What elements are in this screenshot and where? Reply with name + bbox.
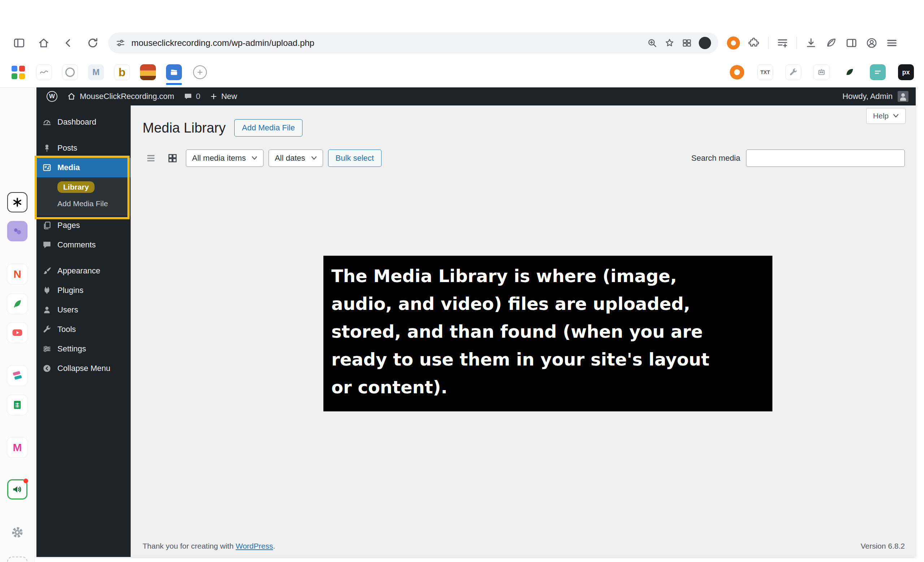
chatgpt-app-icon[interactable] <box>7 192 27 212</box>
help-button[interactable]: Help <box>866 108 906 124</box>
tune-icon[interactable] <box>116 38 126 48</box>
plugins-icon <box>42 286 52 295</box>
tab-mail-icon[interactable]: M <box>88 64 104 80</box>
collapse-arrow-icon <box>42 364 52 373</box>
wp-logo[interactable]: W <box>44 87 60 105</box>
txt-extension-icon[interactable]: TXT <box>757 64 773 80</box>
search-media-group: Search media <box>691 150 905 167</box>
sidebar-item-collapse-menu[interactable]: Collapse Menu <box>36 359 130 378</box>
teal-app-extension-icon[interactable] <box>870 64 886 80</box>
app-rail: N M <box>0 87 34 562</box>
video-play-app-icon[interactable] <box>7 323 27 343</box>
sidebar-item-settings[interactable]: Settings <box>36 339 130 359</box>
n-app-icon[interactable]: N <box>7 264 27 284</box>
menu-separator <box>36 255 130 261</box>
sidebar-item-dashboard[interactable]: Dashboard <box>36 112 130 132</box>
settings-sliders-icon <box>42 344 52 354</box>
chevron-down-icon <box>252 156 257 160</box>
search-media-input[interactable] <box>746 150 905 167</box>
wordpress-link[interactable]: WordPress <box>236 542 273 550</box>
reload-icon[interactable] <box>83 33 102 53</box>
add-media-file-button[interactable]: Add Media File <box>234 119 303 137</box>
sidebar-item-pages[interactable]: Pages <box>36 216 130 235</box>
pin-icon <box>42 143 52 153</box>
dark-leaf-extension-icon[interactable] <box>842 64 858 80</box>
browser-menu-icon[interactable] <box>886 37 898 49</box>
search-media-label: Search media <box>691 153 740 163</box>
sidebar-item-media[interactable]: Media <box>36 158 130 177</box>
media-icon <box>42 163 52 172</box>
media-filter-bar: All media items All dates Bulk select Se… <box>142 150 905 167</box>
spreadsheet-app-icon[interactable] <box>7 395 27 415</box>
sidebar-toggle-icon[interactable] <box>9 33 29 53</box>
zoom-icon[interactable] <box>647 38 658 48</box>
feather-app-icon[interactable] <box>7 294 27 314</box>
url-text[interactable]: mouseclickrecording.com/wp-admin/upload.… <box>131 38 641 48</box>
layers-app-icon[interactable] <box>7 365 27 386</box>
apps-grid-icon[interactable] <box>10 64 26 80</box>
extensions-puzzle-icon[interactable] <box>748 37 760 49</box>
reading-list-add-icon[interactable] <box>776 37 789 49</box>
site-name-link[interactable]: MouseClickRecording.com <box>64 87 177 105</box>
howdy-text[interactable]: Howdy, Admin <box>842 92 892 101</box>
bulk-select-button[interactable]: Bulk select <box>328 150 381 167</box>
new-tab-plus-icon[interactable] <box>192 64 208 80</box>
back-icon[interactable] <box>58 33 78 53</box>
toolbar-left-group <box>9 33 102 53</box>
sidebar-item-plugins[interactable]: Plugins <box>36 281 130 300</box>
sidebar-item-posts[interactable]: Posts <box>36 138 130 158</box>
wp-body: Dashboard Posts Media Library Add Media … <box>36 105 916 557</box>
wp-sidebar-menu: Dashboard Posts Media Library Add Media … <box>36 105 130 557</box>
gear-app-icon[interactable] <box>7 522 27 542</box>
tab-strip: M b TXT px <box>0 58 924 87</box>
submenu-item-library[interactable]: Library <box>36 179 130 195</box>
grid-view-icon[interactable] <box>164 150 181 167</box>
tab-b-icon[interactable]: b <box>114 64 130 80</box>
profile-icon[interactable] <box>866 37 878 49</box>
download-icon[interactable] <box>805 37 817 49</box>
comments-shortcut[interactable]: 0 <box>181 87 203 105</box>
extension-dark-circle-icon[interactable] <box>699 37 711 49</box>
browser-toolbar: mouseclickrecording.com/wp-admin/upload.… <box>0 28 924 58</box>
admin-bar-right: Howdy, Admin <box>842 91 909 102</box>
adblock-extension-icon[interactable] <box>727 36 740 50</box>
new-content-button[interactable]: New <box>207 87 240 105</box>
tab-squiggle-icon[interactable] <box>36 64 52 80</box>
wp-admin-bar: W MouseClickRecording.com 0 New Howdy, A… <box>36 87 916 105</box>
chevron-down-icon <box>311 156 317 160</box>
list-view-icon[interactable] <box>142 150 159 167</box>
tab-pixel-art-icon[interactable] <box>140 64 156 80</box>
tab-groups-icon[interactable] <box>681 38 692 48</box>
m-app-icon[interactable]: M <box>7 437 27 458</box>
toolbar-separator <box>796 37 797 49</box>
avatar[interactable] <box>898 91 909 102</box>
px-extension-icon[interactable]: px <box>898 64 914 80</box>
users-icon <box>42 305 52 315</box>
address-bar[interactable]: mouseclickrecording.com/wp-admin/upload.… <box>108 33 718 53</box>
sidebar-item-appearance[interactable]: Appearance <box>36 261 130 281</box>
tab-clapperboard-icon-active[interactable] <box>166 64 182 80</box>
submenu-item-add-media-file[interactable]: Add Media File <box>36 195 130 212</box>
sidebar-item-tools[interactable]: Tools <box>36 320 130 339</box>
home-icon[interactable] <box>34 33 53 53</box>
appearance-brush-icon <box>42 266 52 276</box>
bookmark-star-icon[interactable] <box>664 38 675 48</box>
media-type-filter-select[interactable]: All media items <box>186 150 264 167</box>
comments-count: 0 <box>196 92 200 101</box>
tool-extension-icon-2[interactable] <box>813 64 830 80</box>
eco-leaf-icon[interactable] <box>825 37 837 49</box>
tool-extension-icon-1[interactable] <box>785 64 801 80</box>
speaker-app-icon-active[interactable] <box>7 479 27 499</box>
sidebar-item-comments[interactable]: Comments <box>36 235 130 255</box>
orange-ring-extension-icon[interactable] <box>729 64 745 80</box>
library-highlight-pill: Library <box>57 181 94 193</box>
tab-ring-icon[interactable] <box>62 64 78 80</box>
new-label: New <box>221 92 237 101</box>
wp-footer: Thank you for creating with WordPress. V… <box>142 542 905 550</box>
page-title: Media Library <box>142 120 226 136</box>
date-filter-select[interactable]: All dates <box>268 150 322 167</box>
side-panel-icon[interactable] <box>845 37 858 49</box>
purple-app-icon[interactable] <box>7 221 27 241</box>
add-app-plus-icon[interactable] <box>7 557 27 562</box>
sidebar-item-users[interactable]: Users <box>36 300 130 320</box>
